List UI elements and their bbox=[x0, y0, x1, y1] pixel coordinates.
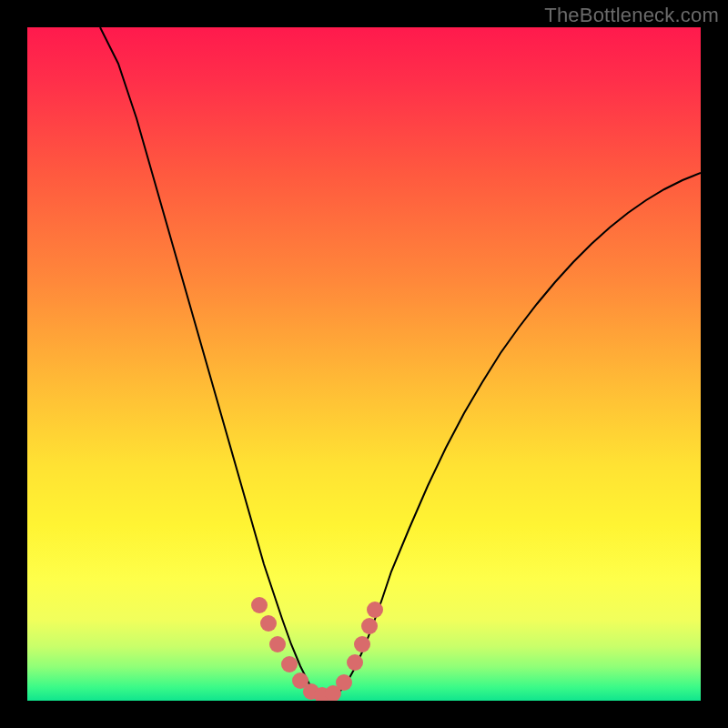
highlight-dot bbox=[260, 615, 277, 632]
highlight-dot bbox=[281, 656, 298, 672]
watermark-text: TheBottleneck.com bbox=[544, 4, 719, 27]
chart-frame: TheBottleneck.com bbox=[0, 0, 728, 728]
highlight-dots bbox=[251, 597, 383, 701]
highlight-dot bbox=[367, 602, 383, 618]
highlight-dot bbox=[336, 674, 352, 691]
highlight-dot bbox=[361, 618, 378, 634]
bottleneck-curve bbox=[100, 27, 701, 699]
highlight-dot bbox=[354, 636, 370, 652]
highlight-dot bbox=[347, 654, 363, 671]
highlight-dot bbox=[251, 597, 268, 613]
plot-area bbox=[27, 27, 701, 701]
curve-svg bbox=[27, 27, 701, 701]
highlight-dot bbox=[269, 636, 286, 652]
